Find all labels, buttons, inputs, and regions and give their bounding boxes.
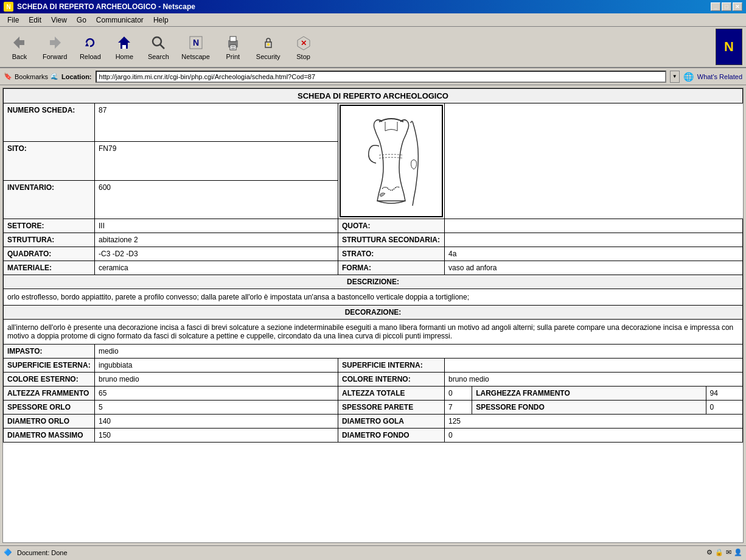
- struttura-value: abitazione 2: [95, 233, 338, 247]
- col-int-value: bruno medio: [445, 373, 743, 387]
- descrizione-row: orlo estroflesso, bordo appiattito, pare…: [4, 289, 743, 306]
- reload-button[interactable]: Reload: [74, 32, 106, 63]
- svg-text:✕: ✕: [301, 39, 307, 47]
- diam-gola-label: DIAMETRO GOLA: [338, 415, 445, 429]
- status-bar: 🔷 Document: Done ⚙ 🔒 ✉ 👤: [0, 545, 746, 559]
- status-icon-2: 🔒: [715, 548, 723, 556]
- strato-value: 4a: [445, 247, 743, 261]
- title-bar: N SCHEDA DI REPERTO ARCHEOLOGICO - Netsc…: [0, 0, 746, 13]
- col-est-value: bruno medio: [95, 373, 338, 387]
- menu-communicator[interactable]: Communicator: [91, 15, 148, 26]
- app-icon: N: [4, 2, 13, 12]
- diam-gola-value: 125: [445, 415, 743, 429]
- search-icon: [150, 34, 167, 51]
- print-icon: [225, 34, 242, 51]
- diam-fondo-label: DIAMETRO FONDO: [338, 429, 445, 443]
- back-button[interactable]: Back: [4, 32, 35, 63]
- sup-est-value: ingubbiata: [95, 359, 338, 373]
- security-button[interactable]: Security: [251, 32, 285, 63]
- alt-tot-value: 0: [445, 387, 472, 401]
- whats-related-link[interactable]: What's Related: [697, 73, 742, 80]
- menu-view[interactable]: View: [46, 15, 72, 26]
- home-button[interactable]: Home: [108, 32, 140, 63]
- alt-tot-label: ALTEZZA TOTALE: [338, 387, 445, 401]
- spes-par-value: 7: [445, 401, 472, 415]
- security-icon: [260, 34, 277, 51]
- quota-value: [445, 219, 743, 233]
- menu-help[interactable]: Help: [148, 15, 173, 26]
- location-input[interactable]: [96, 71, 666, 83]
- descrizione-header: DESCRIZIONE:: [4, 275, 743, 289]
- bookmarks-area[interactable]: 🔖 Bookmarks 🌊: [4, 72, 58, 80]
- window-controls[interactable]: _ □ ✕: [711, 2, 742, 11]
- menu-edit[interactable]: Edit: [24, 15, 46, 26]
- decorazione-row: all'interno dell'orlo è presente una dec…: [4, 320, 743, 345]
- close-button[interactable]: ✕: [733, 2, 742, 11]
- maximize-button[interactable]: □: [722, 2, 731, 11]
- back-icon: [11, 34, 28, 51]
- reload-label: Reload: [80, 53, 101, 60]
- stop-label: Stop: [296, 53, 310, 60]
- diam-mass-label: DIAMETRO MASSIMO: [4, 429, 95, 443]
- svg-marker-1: [50, 37, 61, 49]
- back-label: Back: [12, 53, 27, 60]
- quadrato-row: QUADRATO: -C3 -D2 -D3 STRATO: 4a: [4, 247, 743, 261]
- diam-orlo-label: DIAMETRO ORLO: [4, 415, 95, 429]
- status-text: Document: Done: [17, 549, 702, 556]
- svg-line-6: [160, 44, 164, 49]
- colore-row: COLORE ESTERNO: bruno medio COLORE INTER…: [4, 373, 743, 387]
- struttura-sec-value: [445, 233, 743, 247]
- status-icon-1: ⚙: [706, 548, 713, 556]
- superficie-row: SUPERFICIE ESTERNA: ingubbiata SUPERFICI…: [4, 359, 743, 373]
- stop-button[interactable]: ✕ Stop: [288, 32, 319, 63]
- settore-quota-row: SETTORE: III QUOTA:: [4, 219, 743, 233]
- print-button[interactable]: Print: [217, 32, 249, 63]
- forward-icon: [46, 34, 63, 51]
- menu-file[interactable]: File: [2, 15, 24, 26]
- impasto-row: IMPASTO: medio: [4, 345, 743, 359]
- bookmarks-label: Bookmarks: [15, 73, 48, 80]
- alt-framm-label: ALTEZZA FRAMMENTO: [4, 387, 95, 401]
- svg-rect-13: [231, 48, 235, 49]
- artifact-image-cell: [338, 103, 445, 219]
- menu-bar: File Edit View Go Communicator Help: [0, 13, 746, 27]
- diam-mass-value: 150: [95, 429, 338, 443]
- status-icon: 🔷: [4, 548, 12, 556]
- svg-marker-0: [13, 37, 24, 49]
- materiale-label: MATERIALE:: [4, 261, 95, 275]
- larg-framm-value: 94: [706, 387, 742, 401]
- descrizione-text: orlo estroflesso, bordo appiattito, pare…: [4, 289, 743, 306]
- netscape-icon: N: [187, 34, 204, 51]
- impasto-label: IMPASTO:: [4, 345, 95, 359]
- content-area[interactable]: SCHEDA DI REPERTO ARCHEOLOGICO NUMERO SC…: [2, 88, 744, 543]
- home-label: Home: [116, 53, 133, 60]
- netscape-button[interactable]: N Netscape: [176, 32, 214, 63]
- struttura-label: STRUTTURA:: [4, 233, 95, 247]
- altezza-row: ALTEZZA FRAMMENTO 65 ALTEZZA TOTALE 0 LA…: [4, 387, 743, 401]
- svg-marker-2: [85, 43, 89, 46]
- numero-scheda-value: 87: [95, 103, 338, 142]
- minimize-button[interactable]: _: [711, 2, 720, 11]
- materiale-value: ceramica: [95, 261, 338, 275]
- decorazione-header: DECORAZIONE:: [4, 306, 743, 320]
- location-bar: 🔖 Bookmarks 🌊 Location: ▼ 🌐 What's Relat…: [0, 68, 746, 85]
- status-right-icons: ⚙ 🔒 ✉ 👤: [706, 548, 742, 556]
- forward-button[interactable]: Forward: [38, 32, 72, 63]
- security-label: Security: [256, 53, 281, 60]
- numero-scheda-label: NUMERO SCHEDA:: [4, 103, 95, 142]
- svg-rect-4: [122, 45, 126, 49]
- status-icon-4: 👤: [734, 548, 742, 556]
- svg-text:N: N: [193, 38, 199, 47]
- svg-rect-11: [230, 45, 236, 50]
- svg-rect-12: [231, 46, 235, 47]
- search-button[interactable]: Search: [142, 32, 174, 63]
- menu-go[interactable]: Go: [72, 15, 91, 26]
- impasto-value: medio: [95, 345, 743, 359]
- larg-framm-label: LARGHEZZA FRAMMENTO: [472, 387, 706, 401]
- diam-orlo-value: 140: [95, 415, 338, 429]
- spes-orlo-value: 5: [95, 401, 338, 415]
- quadrato-value: -C3 -D2 -D3: [95, 247, 338, 261]
- spes-fondo-label: SPESSORE FONDO: [472, 401, 706, 415]
- location-dropdown[interactable]: ▼: [670, 71, 680, 83]
- svg-point-15: [267, 43, 270, 46]
